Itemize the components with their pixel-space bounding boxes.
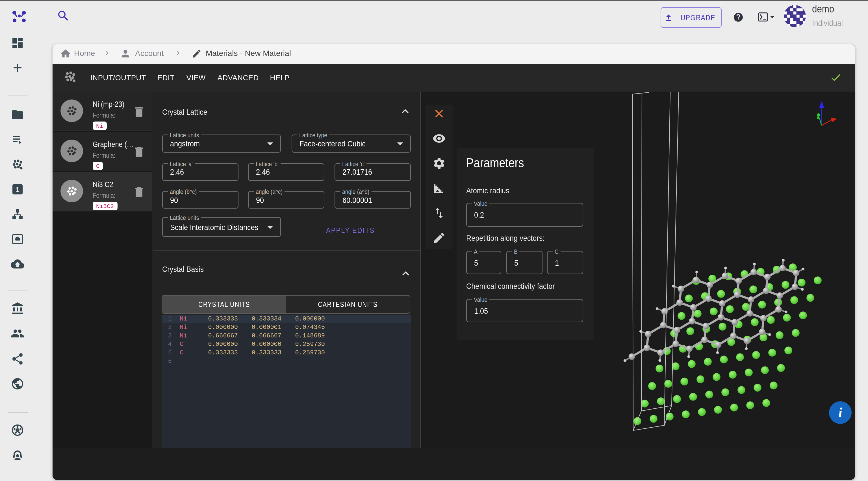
svg-text:1: 1 xyxy=(16,186,20,193)
